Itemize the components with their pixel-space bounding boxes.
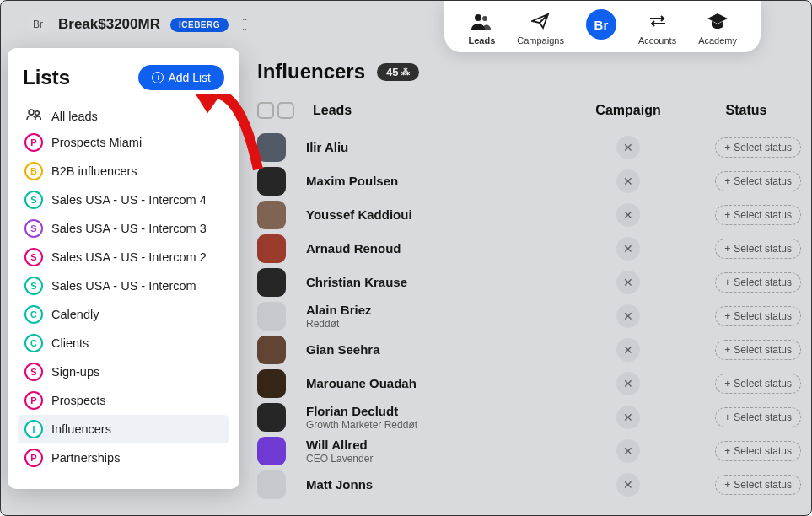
lead-row[interactable]: Will Allred CEO Lavender ✕ + Select stat… — [257, 434, 801, 468]
sidebar-item[interactable]: PPartnerships — [18, 443, 229, 472]
remove-campaign-button[interactable]: ✕ — [616, 237, 640, 261]
remove-campaign-button[interactable]: ✕ — [616, 304, 640, 328]
sidebar-item[interactable]: CClients — [18, 329, 229, 357]
list-badge: S — [24, 219, 43, 238]
page-title: Influencers — [257, 60, 365, 83]
select-status-button[interactable]: + Select status — [715, 407, 801, 427]
lead-row[interactable]: Florian Decludt Growth Marketer Reddøt ✕… — [257, 400, 801, 434]
sidebar-item-label: Partnerships — [51, 451, 120, 465]
sidebar-all-leads[interactable]: All leads — [18, 104, 229, 128]
sidebar-item-label: Sales USA - US - Intercom — [51, 279, 196, 293]
select-status-button[interactable]: + Select status — [715, 340, 801, 360]
lead-row[interactable]: Marouane Ouadah ✕ + Select status — [257, 367, 801, 400]
list-badge: B — [24, 162, 43, 180]
select-secondary-checkbox[interactable] — [277, 102, 294, 119]
plus-icon: + — [724, 209, 730, 221]
users-icon — [470, 9, 493, 33]
lead-name: Youssef Kaddioui — [306, 207, 565, 223]
select-all-checkbox[interactable] — [257, 102, 274, 119]
col-campaign: Campaign — [565, 103, 691, 118]
nav-campaigns[interactable]: Campaigns — [517, 9, 564, 46]
lead-row[interactable]: Christian Krause ✕ + Select status — [257, 266, 801, 299]
sidebar-item[interactable]: PProspects — [18, 386, 229, 415]
remove-campaign-button[interactable]: ✕ — [616, 169, 640, 193]
plus-icon: + — [724, 243, 730, 255]
svg-point-1 — [482, 16, 487, 21]
plus-icon: + — [724, 445, 730, 457]
workspace-switch-icon[interactable]: ⌃⌃ — [239, 19, 250, 30]
select-status-button[interactable]: + Select status — [715, 441, 801, 461]
lead-subtitle: CEO Lavender — [306, 453, 565, 465]
lead-row[interactable]: Maxim Poulsen ✕ + Select status — [257, 164, 801, 198]
avatar — [257, 302, 286, 331]
lead-name: Will Allred — [306, 438, 565, 453]
select-status-button[interactable]: + Select status — [715, 306, 801, 326]
list-badge: I — [24, 420, 43, 438]
sidebar-item[interactable]: SSales USA - US - Intercom 2 — [18, 243, 229, 271]
plus-icon: + — [724, 378, 730, 390]
select-status-button[interactable]: + Select status — [715, 272, 801, 293]
lead-row[interactable]: Matt Jonns ✕ + Select status — [257, 468, 801, 502]
sidebar-item-label: Sales USA - US - Intercom 3 — [51, 222, 207, 235]
avatar — [257, 234, 286, 263]
select-status-button[interactable]: + Select status — [715, 137, 801, 158]
sidebar-item-label: Prospects — [51, 394, 105, 407]
lead-name: Maxim Poulsen — [306, 174, 565, 189]
remove-campaign-button[interactable]: ✕ — [616, 406, 640, 429]
remove-campaign-button[interactable]: ✕ — [616, 271, 640, 294]
select-status-button[interactable]: + Select status — [715, 205, 801, 225]
lead-row[interactable]: Arnaud Renoud ✕ + Select status — [257, 232, 801, 266]
list-badge: S — [24, 191, 43, 209]
plus-icon: + — [724, 310, 730, 322]
workspace-name: Break$3200MR — [58, 16, 160, 33]
sidebar-item[interactable]: SSales USA - US - Intercom — [18, 271, 229, 300]
sidebar-item-label: B2B influencers — [51, 164, 137, 178]
sidebar-item-label: Sign-ups — [51, 365, 99, 379]
brand-logo: Br — [586, 9, 616, 40]
svg-point-2 — [29, 110, 34, 115]
remove-campaign-button[interactable]: ✕ — [616, 439, 640, 463]
add-list-button[interactable]: + Add List — [138, 65, 224, 90]
nav-accounts[interactable]: Accounts — [638, 9, 676, 46]
select-status-button[interactable]: + Select status — [715, 475, 801, 495]
list-badge: C — [24, 334, 43, 352]
lead-name: Gian Seehra — [306, 342, 565, 357]
lead-row[interactable]: Gian Seehra ✕ + Select status — [257, 333, 801, 367]
sidebar-item-label: Clients — [51, 336, 89, 350]
plus-icon: + — [724, 142, 730, 153]
select-status-button[interactable]: + Select status — [715, 374, 801, 394]
remove-campaign-button[interactable]: ✕ — [616, 372, 640, 395]
avatar — [257, 369, 286, 398]
nav-academy[interactable]: Academy — [698, 9, 737, 46]
remove-campaign-button[interactable]: ✕ — [616, 203, 640, 227]
lead-row[interactable]: Ilir Aliu ✕ + Select status — [257, 131, 801, 164]
remove-campaign-button[interactable]: ✕ — [616, 473, 640, 497]
lead-name: Ilir Aliu — [306, 140, 565, 155]
avatar — [257, 437, 286, 465]
sidebar-item[interactable]: BB2B influencers — [18, 157, 229, 185]
select-status-button[interactable]: + Select status — [715, 171, 801, 191]
remove-campaign-button[interactable]: ✕ — [616, 136, 640, 159]
select-status-button[interactable]: + Select status — [715, 239, 801, 259]
sidebar-item[interactable]: IInfluencers — [18, 415, 229, 443]
avatar — [257, 201, 286, 229]
lead-row[interactable]: Youssef Kaddioui ✕ + Select status — [257, 198, 801, 232]
sidebar-item[interactable]: SSign-ups — [18, 357, 229, 386]
send-icon — [529, 9, 552, 33]
list-badge: S — [24, 248, 43, 266]
remove-campaign-button[interactable]: ✕ — [616, 338, 640, 362]
sidebar-item[interactable]: SSales USA - US - Intercom 3 — [18, 214, 229, 243]
lead-name: Alain Briez — [306, 303, 565, 318]
sidebar-item-label: All leads — [51, 110, 98, 123]
plus-icon: + — [724, 175, 730, 187]
nav-leads[interactable]: Leads — [468, 9, 495, 46]
people-icon: ⁂ — [401, 67, 410, 77]
svg-point-0 — [475, 14, 481, 21]
lead-row[interactable]: Alain Briez Reddøt ✕ + Select status — [257, 299, 801, 333]
nav-brand[interactable]: Br — [586, 9, 616, 46]
lists-sidebar: Lists + Add List All leads PProspects Mi… — [8, 48, 239, 489]
sidebar-item[interactable]: PProspects Miami — [18, 128, 229, 157]
col-leads: Leads — [309, 103, 565, 118]
sidebar-item[interactable]: SSales USA - US - Intercom 4 — [18, 185, 229, 214]
sidebar-item[interactable]: CCalendly — [18, 300, 229, 329]
